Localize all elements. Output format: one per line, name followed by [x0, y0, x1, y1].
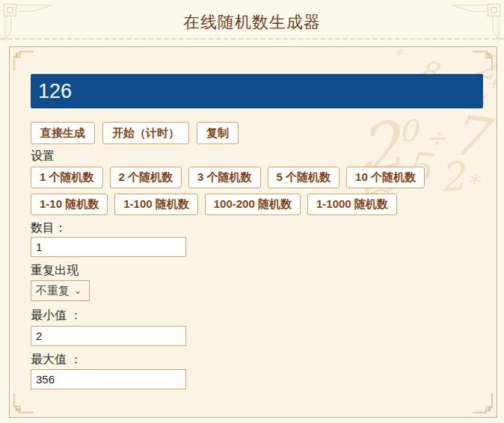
header-divider	[0, 38, 504, 40]
count-input[interactable]	[31, 237, 186, 257]
repeat-label: 重复出现	[31, 263, 79, 279]
preset-range-1-100-button[interactable]: 1-100 随机数	[114, 194, 198, 215]
page: 在线随机数生成器 * 8 2 0 2 ÷ 7 5 1 8 × * 2 +	[0, 0, 504, 423]
repeat-selected-value: 不重复	[36, 284, 70, 298]
max-label: 最大值 ：	[31, 352, 82, 368]
preset-range-1-1000-button[interactable]: 1-1000 随机数	[307, 194, 397, 215]
max-value-input[interactable]	[31, 369, 186, 389]
preset-range-1-10-button[interactable]: 1-10 随机数	[31, 194, 108, 215]
copy-button[interactable]: 复制	[197, 122, 239, 144]
page-title: 在线随机数生成器	[0, 11, 504, 34]
preset-2-random-button[interactable]: 2 个随机数	[110, 167, 182, 188]
action-buttons: 直接生成 开始（计时） 复制	[31, 122, 239, 144]
result-display: 126	[31, 74, 483, 108]
min-label: 最小值 ：	[31, 308, 82, 324]
preset-3-random-button[interactable]: 3 个随机数	[188, 167, 261, 188]
preset-1-random-button[interactable]: 1 个随机数	[31, 167, 103, 188]
range-preset-buttons: 1-10 随机数 1-100 随机数 100-200 随机数 1-1000 随机…	[31, 194, 397, 215]
count-preset-buttons: 1 个随机数 2 个随机数 3 个随机数 5 个随机数 10 个随机数	[31, 167, 425, 188]
preset-5-random-button[interactable]: 5 个随机数	[268, 167, 340, 188]
count-label: 数目：	[31, 220, 67, 236]
min-value-input[interactable]	[31, 326, 186, 346]
settings-label: 设置	[31, 149, 55, 164]
preset-range-100-200-button[interactable]: 100-200 随机数	[205, 194, 301, 215]
preset-10-random-button[interactable]: 10 个随机数	[346, 167, 425, 188]
generate-button[interactable]: 直接生成	[31, 122, 95, 144]
repeat-select[interactable]: 不重复 ⌄	[31, 280, 90, 301]
chevron-down-icon: ⌄	[74, 286, 82, 295]
start-timed-button[interactable]: 开始（计时）	[102, 122, 189, 144]
main-panel: * 8 2 0 2 ÷ 7 5 1 8 × * 2 +	[9, 46, 497, 418]
